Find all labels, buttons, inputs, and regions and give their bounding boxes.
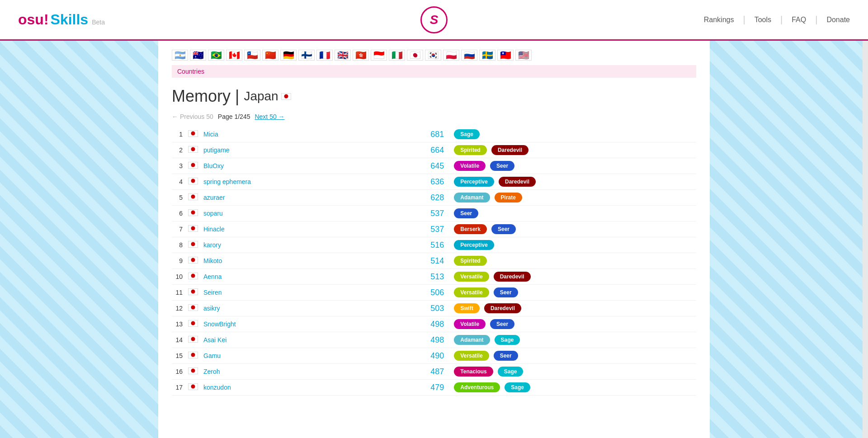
next-page-link[interactable]: Next 50 →	[255, 113, 284, 120]
player-name[interactable]: SnowBright	[201, 316, 373, 332]
badge: Spirited	[454, 256, 487, 266]
flag-item[interactable]: 🇩🇪	[280, 50, 297, 61]
prev-page-link[interactable]: ← Previous 50	[172, 113, 213, 120]
rank-number: 13	[172, 316, 185, 332]
flag-item[interactable]: 🇫🇷	[316, 50, 333, 61]
table-row: 9 Mikoto 514 Spirited	[172, 253, 696, 269]
table-row: 6 soparu 537 Seer	[172, 206, 696, 221]
player-score: 506	[373, 285, 447, 301]
player-name[interactable]: Zeroh	[201, 364, 373, 380]
player-name[interactable]: BluOxy	[201, 158, 373, 174]
table-row: 16 Zeroh 487 TenaciousSage	[172, 364, 696, 380]
flag-icon	[188, 352, 198, 358]
badge: Seer	[490, 161, 514, 171]
player-flag	[185, 348, 201, 364]
flag-item[interactable]: 🇰🇷	[425, 50, 441, 61]
badge: Volatile	[454, 161, 486, 171]
flag-item[interactable]: 🇨🇦	[226, 50, 242, 61]
player-name[interactable]: asikry	[201, 301, 373, 316]
flag-item[interactable]: 🇺🇸	[515, 50, 532, 61]
flag-item[interactable]: 🇭🇰	[353, 50, 369, 61]
player-badges: PerceptiveDaredevil	[447, 174, 696, 190]
logo-letter: S	[430, 13, 439, 27]
player-name[interactable]: konzudon	[201, 380, 373, 396]
player-name[interactable]: Asai Kei	[201, 332, 373, 348]
player-badges: VersatileSeer	[447, 285, 696, 301]
rank-number: 2	[172, 142, 185, 158]
badge: Perceptive	[454, 240, 494, 250]
player-score: 628	[373, 190, 447, 206]
table-row: 11 Seiren 506 VersatileSeer	[172, 285, 696, 301]
nav-separator-3: |	[815, 14, 817, 25]
nav-faq[interactable]: FAQ	[792, 16, 806, 24]
player-score: 498	[373, 316, 447, 332]
flag-item[interactable]: 🇨🇳	[262, 50, 278, 61]
flag-item[interactable]: 🇬🇧	[335, 50, 351, 61]
flag-item[interactable]: 🇯🇵	[407, 50, 423, 61]
player-name[interactable]: Gamu	[201, 348, 373, 364]
page-title: Memory | Japan	[172, 87, 696, 106]
player-badges: TenaciousSage	[447, 364, 696, 380]
player-score: 537	[373, 206, 447, 221]
countries-bar[interactable]: Countries	[172, 65, 696, 78]
flag-item[interactable]: 🇦🇺	[190, 50, 206, 61]
player-name[interactable]: soparu	[201, 206, 373, 221]
player-name[interactable]: putigame	[201, 142, 373, 158]
flag-icon	[188, 273, 198, 279]
flag-item[interactable]: 🇦🇷	[172, 50, 188, 61]
player-badges: BerserkSeer	[447, 221, 696, 237]
player-score: 490	[373, 348, 447, 364]
badge: Daredevil	[494, 272, 531, 282]
site-logo-icon[interactable]: S	[420, 6, 448, 33]
flag-item[interactable]: 🇹🇼	[497, 50, 514, 61]
badge: Spirited	[454, 145, 487, 155]
player-flag	[185, 253, 201, 269]
player-name[interactable]: Mikoto	[201, 253, 373, 269]
badge: Seer	[494, 287, 518, 297]
flag-icon	[188, 225, 198, 232]
flag-item[interactable]: 🇧🇷	[208, 50, 224, 61]
flag-icon	[188, 288, 198, 295]
player-name[interactable]: Seiren	[201, 285, 373, 301]
scrollbar[interactable]	[863, 0, 868, 438]
player-score: 537	[373, 221, 447, 237]
player-name[interactable]: azuraer	[201, 190, 373, 206]
flag-item[interactable]: 🇷🇺	[461, 50, 477, 61]
player-name[interactable]: spring ephemera	[201, 174, 373, 190]
flag-item[interactable]: 🇫🇮	[298, 50, 315, 61]
badge: Sage	[498, 367, 524, 377]
logo-beta: Beta	[92, 19, 105, 26]
main-content: 🇦🇷🇦🇺🇧🇷🇨🇦🇨🇱🇨🇳🇩🇪🇫🇮🇫🇷🇬🇧🇭🇰🇮🇩🇮🇹🇯🇵🇰🇷🇵🇱🇷🇺🇸🇪🇹🇼🇺🇸…	[158, 41, 710, 438]
table-row: 14 Asai Kei 498 AdamantSage	[172, 332, 696, 348]
player-flag	[185, 364, 201, 380]
nav-donate[interactable]: Donate	[826, 16, 850, 24]
player-badges: Perceptive	[447, 237, 696, 253]
player-name[interactable]: karory	[201, 237, 373, 253]
rank-number: 14	[172, 332, 185, 348]
player-name[interactable]: Micia	[201, 127, 373, 142]
player-score: 664	[373, 142, 447, 158]
skill-name: Memory	[172, 87, 231, 106]
badge: Perceptive	[454, 177, 494, 187]
player-badges: AdventurousSage	[447, 380, 696, 396]
flag-item[interactable]: 🇮🇩	[371, 50, 387, 61]
flag-item[interactable]: 🇨🇱	[244, 50, 260, 61]
badge: Seer	[454, 208, 478, 218]
player-badges: VersatileSeer	[447, 348, 696, 364]
flag-icon	[188, 257, 198, 264]
nav-tools[interactable]: Tools	[755, 16, 771, 24]
rank-number: 17	[172, 380, 185, 396]
badge: Versatile	[454, 287, 489, 297]
player-name[interactable]: Aenna	[201, 269, 373, 285]
player-name[interactable]: Hinacle	[201, 221, 373, 237]
player-flag	[185, 127, 201, 142]
nav-rankings[interactable]: Rankings	[704, 16, 734, 24]
page-info: Page 1/245	[218, 113, 250, 120]
badge: Daredevil	[491, 145, 528, 155]
flag-item[interactable]: 🇮🇹	[389, 50, 405, 61]
player-badges: Spirited	[447, 253, 696, 269]
table-row: 8 karory 516 Perceptive	[172, 237, 696, 253]
player-flag	[185, 332, 201, 348]
flag-item[interactable]: 🇵🇱	[443, 50, 459, 61]
flag-item[interactable]: 🇸🇪	[479, 50, 495, 61]
